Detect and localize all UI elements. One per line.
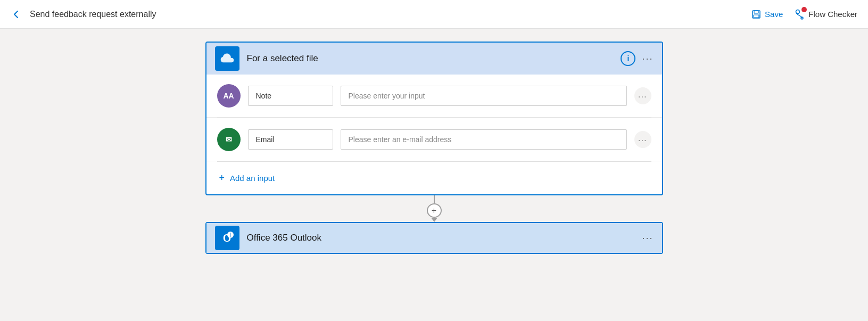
note-avatar-initials: AA xyxy=(223,92,234,100)
canvas: For a selected file i ··· AA Note Please… xyxy=(0,29,868,321)
email-row-more-button[interactable]: ··· xyxy=(634,131,651,148)
note-avatar: AA xyxy=(217,84,241,108)
card-header-actions: i ··· xyxy=(621,51,653,66)
back-icon xyxy=(11,9,21,20)
note-input[interactable]: Please enter your input xyxy=(341,86,627,106)
save-button[interactable]: Save xyxy=(751,9,783,20)
flow-checker-error-dot xyxy=(801,7,807,12)
note-label: Note xyxy=(248,86,333,106)
info-button[interactable]: i xyxy=(621,51,635,66)
cloud-icon xyxy=(220,53,235,64)
email-label: Email xyxy=(248,129,333,150)
card-more-button[interactable]: ··· xyxy=(642,54,653,63)
trigger-card: For a selected file i ··· AA Note Please… xyxy=(205,42,663,195)
connector-arrow xyxy=(431,218,437,222)
card-header-icon xyxy=(215,46,239,71)
email-avatar-icon: ✉ xyxy=(226,135,232,144)
outlook-card: O | Office 365 Outlook ··· xyxy=(205,222,663,254)
email-avatar: ✉ xyxy=(217,128,241,151)
connector: + xyxy=(427,195,442,222)
add-input-button[interactable]: + Add an input xyxy=(206,162,662,194)
add-input-label: Add an input xyxy=(230,174,275,183)
connector-plus: + xyxy=(432,206,436,216)
back-button[interactable]: Send feedback request externally xyxy=(11,9,156,20)
page-title: Send feedback request externally xyxy=(30,10,156,19)
card-body: AA Note Please enter your input ··· ✉ Em… xyxy=(206,75,662,194)
svg-rect-2 xyxy=(754,15,759,18)
topbar-actions: Save Flow Checker xyxy=(751,9,857,20)
outlook-more-button[interactable]: ··· xyxy=(642,233,653,243)
add-plus-icon: + xyxy=(219,172,225,184)
flow-checker-button[interactable]: Flow Checker xyxy=(793,9,857,20)
email-input-row: ✉ Email Please enter an e-mail address ·… xyxy=(206,118,662,161)
add-step-button[interactable]: + xyxy=(427,203,442,218)
save-icon xyxy=(751,9,762,20)
note-input-row: AA Note Please enter your input ··· xyxy=(206,75,662,118)
flow-checker-icon xyxy=(793,9,805,20)
card-title: For a selected file xyxy=(247,53,621,64)
topbar: Send feedback request externally Save Fl… xyxy=(0,0,868,29)
note-row-more-button[interactable]: ··· xyxy=(634,87,651,104)
outlook-card-icon: O | xyxy=(215,226,239,250)
email-input[interactable]: Please enter an e-mail address xyxy=(341,129,627,150)
outlook-card-title: Office 365 Outlook xyxy=(247,233,642,243)
save-label: Save xyxy=(765,10,783,19)
flow-checker-label: Flow Checker xyxy=(808,10,857,19)
outlook-o-inner: | xyxy=(227,232,234,238)
connector-line-top xyxy=(434,195,435,203)
outlook-card-header: O | Office 365 Outlook ··· xyxy=(206,223,662,253)
card-header: For a selected file i ··· xyxy=(206,43,662,75)
